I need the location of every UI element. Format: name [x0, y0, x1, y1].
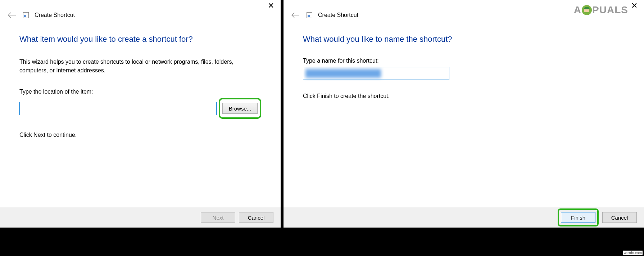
window-title: Create Shortcut: [35, 12, 75, 18]
browse-button[interactable]: Browse...: [222, 103, 258, 114]
credit-text: wsxdn.com: [623, 251, 643, 255]
location-label: Type the location of the item:: [19, 89, 261, 95]
wizard-page-2: ✕ A PUALS Create Shortcut What would you…: [284, 0, 644, 228]
footer: Finish Cancel: [284, 207, 644, 228]
watermark-logo: A PUALS: [574, 4, 628, 16]
shortcut-icon: [307, 12, 312, 18]
finish-note: Click Finish to create the shortcut.: [303, 93, 625, 99]
next-button[interactable]: Next: [201, 212, 235, 223]
close-icon[interactable]: ✕: [631, 1, 638, 10]
close-icon[interactable]: ✕: [268, 1, 274, 10]
page-heading: What item would you like to create a sho…: [19, 35, 261, 44]
appuals-mascot-icon: [582, 5, 592, 15]
cancel-button[interactable]: Cancel: [239, 212, 273, 223]
back-arrow-icon[interactable]: [290, 11, 301, 19]
shortcut-icon: [23, 12, 29, 18]
location-input[interactable]: [19, 102, 217, 115]
name-label: Type a name for this shortcut:: [303, 58, 625, 64]
redacted-name: [305, 69, 381, 78]
cancel-button[interactable]: Cancel: [602, 212, 637, 223]
content: What would you like to name the shortcut…: [284, 19, 644, 228]
highlight-finish: Finish: [558, 208, 599, 226]
finish-button[interactable]: Finish: [561, 212, 595, 223]
description: This wizard helps you to create shortcut…: [19, 58, 261, 75]
name-input[interactable]: [303, 67, 449, 80]
wizard-page-1: ✕ Create Shortcut What item would you li…: [0, 0, 281, 228]
highlight-browse: Browse...: [219, 98, 261, 119]
page-heading: What would you like to name the shortcut…: [303, 35, 625, 44]
window-title: Create Shortcut: [318, 12, 358, 18]
continue-note: Click Next to continue.: [19, 132, 261, 138]
content: What item would you like to create a sho…: [0, 19, 281, 228]
location-row: Browse...: [19, 98, 261, 119]
footer: Next Cancel: [0, 207, 281, 228]
back-arrow-icon[interactable]: [6, 11, 17, 19]
header: Create Shortcut: [0, 0, 281, 19]
